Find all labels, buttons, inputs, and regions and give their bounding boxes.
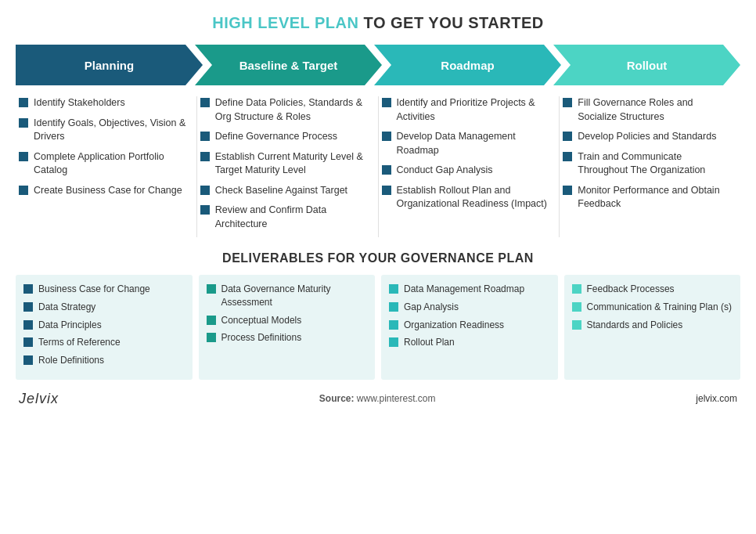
content-rollout: Fill Governance Roles and Socialize Stru… — [560, 96, 740, 237]
page: HIGH LEVEL PLAN TO GET YOU STARTED Plann… — [0, 0, 756, 534]
bullet-icon — [200, 98, 210, 107]
list-item: Identify Stakeholders — [19, 96, 189, 110]
bullet-icon — [382, 132, 391, 141]
bullet-icon — [200, 132, 210, 141]
footer-url: jelvix.com — [696, 393, 737, 404]
deliverable-box-baseline: Data Governance Maturity Assessment Conc… — [199, 275, 376, 380]
bullet-icon — [563, 98, 572, 107]
bullet-icon — [19, 152, 28, 161]
arrow-baseline: Baseline & Target — [195, 45, 382, 85]
list-item: Communication & Training Plan (s) — [572, 301, 733, 314]
deliverables-title: DELIVERABLES FOR YOUR GOVERNANCE PLAN — [16, 251, 740, 265]
list-item: Terms of Reference — [23, 336, 185, 349]
deliverable-rollout-list: Feedback Processes Communication & Train… — [572, 283, 733, 331]
deliverable-box-roadmap: Data Management Roadmap Gap Analysis Org… — [381, 275, 558, 380]
list-item: Data Principles — [23, 319, 185, 332]
bullet-icon — [19, 118, 28, 128]
list-item: Create Business Case for Change — [19, 184, 189, 198]
list-item: Define Data Policies, Standards & Org St… — [200, 96, 370, 124]
deliverable-planning-list: Business Case for Change Data Strategy D… — [23, 283, 185, 367]
bullet-icon — [572, 302, 581, 312]
bullet-icon — [389, 302, 398, 312]
title-normal: TO GET YOU STARTED — [358, 14, 543, 31]
footer-brand: Jelvix — [19, 391, 59, 407]
list-item: Role Definitions — [23, 354, 185, 367]
bullet-icon — [200, 205, 210, 215]
bullet-icon — [389, 320, 398, 330]
bullet-icon — [23, 355, 33, 365]
list-item: Establish Rollout Plan and Organizationa… — [382, 184, 552, 211]
bullet-icon — [382, 186, 391, 195]
bullet-icon — [382, 98, 391, 107]
list-item: Identify Goals, Objectives, Vision & Dri… — [19, 117, 189, 144]
deliverable-roadmap-list: Data Management Roadmap Gap Analysis Org… — [389, 283, 550, 349]
bullet-icon — [23, 320, 33, 330]
bullet-icon — [23, 337, 33, 347]
footer-source: Source: www.pinterest.com — [319, 393, 436, 404]
list-item: Train and Communicate Throughout The Org… — [563, 150, 733, 178]
list-item: Standards and Policies — [572, 319, 733, 332]
bullet-icon — [563, 132, 572, 141]
list-item: Fill Governance Roles and Socialize Stru… — [563, 96, 733, 124]
list-item: Organization Readiness — [389, 319, 550, 332]
list-item: Develop Policies and Standards — [563, 130, 733, 144]
bullet-icon — [382, 165, 391, 175]
arrow-planning: Planning — [16, 45, 203, 85]
bullet-icon — [207, 284, 216, 294]
title-highlight: HIGH LEVEL PLAN — [212, 14, 358, 31]
list-item: Conduct Gap Analysis — [382, 164, 552, 178]
bullet-icon — [200, 186, 210, 195]
list-item: Review and Confirm Data Architecture — [200, 204, 370, 231]
list-item: Complete Application Portfolio Catalog — [19, 150, 189, 178]
deliverable-box-rollout: Feedback Processes Communication & Train… — [564, 275, 741, 380]
arrow-rollout: Rollout — [553, 45, 740, 85]
list-item: Feedback Processes — [572, 283, 733, 296]
bullet-icon — [572, 320, 581, 330]
list-item: Data Governance Maturity Assessment — [207, 283, 368, 309]
list-item: Data Management Roadmap — [389, 283, 550, 296]
content-roadmap: Identify and Prioritize Projects & Activ… — [379, 96, 560, 237]
content-planning: Identify Stakeholders Identify Goals, Ob… — [16, 96, 197, 237]
list-item: Develop Data Management Roadmap — [382, 130, 552, 157]
content-baseline: Define Data Policies, Standards & Org St… — [197, 96, 379, 237]
content-grid: Identify Stakeholders Identify Goals, Ob… — [16, 96, 740, 237]
rollout-list: Fill Governance Roles and Socialize Stru… — [563, 96, 733, 211]
roadmap-list: Identify and Prioritize Projects & Activ… — [382, 96, 552, 211]
list-item: Check Baseline Against Target — [200, 184, 370, 198]
baseline-list: Define Data Policies, Standards & Org St… — [200, 96, 370, 231]
list-item: Business Case for Change — [23, 283, 185, 296]
bullet-icon — [23, 302, 33, 312]
list-item: Rollout Plan — [389, 336, 550, 349]
bullet-icon — [389, 337, 398, 347]
list-item: Data Strategy — [23, 301, 185, 314]
list-item: Conceptual Models — [207, 314, 368, 327]
bullet-icon — [207, 333, 216, 342]
bullet-icon — [572, 284, 581, 294]
list-item: Process Definitions — [207, 331, 368, 345]
bullet-icon — [200, 152, 210, 161]
planning-list: Identify Stakeholders Identify Goals, Ob… — [19, 96, 189, 197]
list-item: Gap Analysis — [389, 301, 550, 314]
bullet-icon — [207, 316, 216, 325]
deliverable-baseline-list: Data Governance Maturity Assessment Conc… — [207, 283, 368, 345]
deliverables-grid: Business Case for Change Data Strategy D… — [16, 275, 740, 380]
list-item: Monitor Performance and Obtain Feedback — [563, 184, 733, 211]
bullet-icon — [19, 186, 28, 195]
deliverable-box-planning: Business Case for Change Data Strategy D… — [16, 275, 193, 380]
arrow-row: Planning Baseline & Target Roadmap Rollo… — [16, 45, 740, 85]
bullet-icon — [563, 186, 572, 195]
list-item: Define Governance Process — [200, 130, 370, 144]
bullet-icon — [563, 152, 572, 161]
footer: Jelvix Source: www.pinterest.com jelvix.… — [16, 391, 740, 407]
bullet-icon — [389, 284, 398, 294]
list-item: Identify and Prioritize Projects & Activ… — [382, 96, 552, 124]
main-title: HIGH LEVEL PLAN TO GET YOU STARTED — [16, 14, 740, 32]
arrow-roadmap: Roadmap — [374, 45, 561, 85]
bullet-icon — [19, 98, 28, 107]
list-item: Establish Current Maturity Level & Targe… — [200, 150, 370, 178]
bullet-icon — [23, 284, 33, 294]
